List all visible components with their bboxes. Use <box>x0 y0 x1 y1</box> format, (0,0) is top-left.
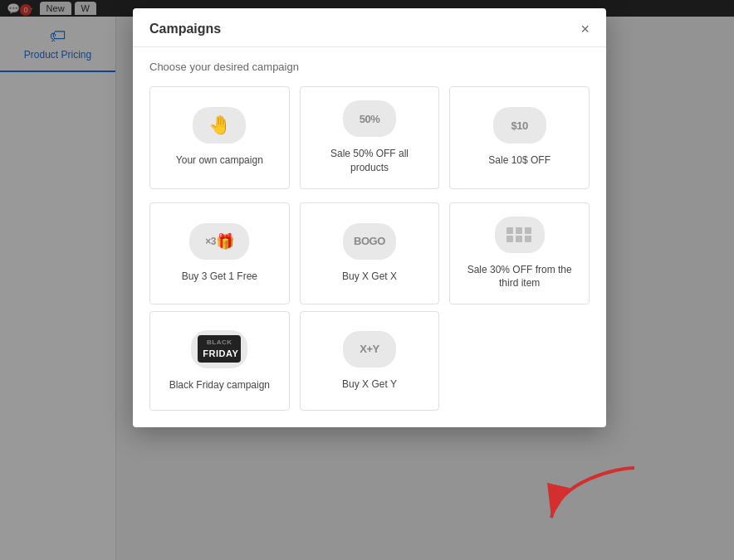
campaign-card-bogo[interactable]: BOGO Buy X Get X <box>300 202 440 305</box>
modal-header: Campaigns × <box>133 8 606 47</box>
campaign-card-sale10[interactable]: $10 Sale 10$ OFF <box>449 86 590 189</box>
own-campaign-icon: 🤚 <box>193 107 246 144</box>
sale30-icon <box>495 217 545 253</box>
own-campaign-label: Your own campaign <box>176 153 263 168</box>
bogo-label: Buy X Get X <box>342 270 397 284</box>
campaign-grid-row2: ×3 🎁 Buy 3 Get 1 Free BOGO Buy X Get X S… <box>133 196 606 312</box>
empty-cell <box>449 311 590 411</box>
campaigns-modal: Campaigns × Choose your desired campaign… <box>133 8 606 427</box>
modal-subtitle: Choose your desired campaign <box>133 47 606 80</box>
sale10-icon: $10 <box>493 107 546 144</box>
campaign-card-buy3get1[interactable]: ×3 🎁 Buy 3 Get 1 Free <box>149 202 290 305</box>
buy3get1-label: Buy 3 Get 1 Free <box>182 270 257 284</box>
bogo-icon: BOGO <box>343 223 396 260</box>
red-arrow-svg <box>543 464 643 530</box>
modal-title: Campaigns <box>149 22 221 37</box>
sale10-label: Sale 10$ OFF <box>488 153 550 168</box>
buyxgety-icon: X+Y <box>343 331 396 368</box>
sale30-label: Sale 30% OFF from the third item <box>460 263 579 291</box>
campaign-card-buyxgety[interactable]: X+Y Buy X Get Y <box>300 311 440 411</box>
campaign-card-own[interactable]: 🤚 Your own campaign <box>149 86 290 189</box>
campaign-grid-row3: BLACK FRIDAY Black Friday campaign X+Y B… <box>133 311 606 411</box>
campaign-card-sale50[interactable]: 50% Sale 50% OFF all products <box>300 86 440 189</box>
arrow-annotation <box>543 464 643 533</box>
sale50-label: Sale 50% OFF all products <box>311 147 429 175</box>
buy3get1-icon: ×3 🎁 <box>189 223 249 260</box>
buyxgety-label: Buy X Get Y <box>342 377 397 392</box>
campaign-card-sale30[interactable]: Sale 30% OFF from the third item <box>449 202 590 305</box>
blackfriday-label: Black Friday campaign <box>169 378 270 392</box>
campaign-card-blackfriday[interactable]: BLACK FRIDAY Black Friday campaign <box>149 311 290 411</box>
sale50-icon: 50% <box>343 100 396 137</box>
blackfriday-icon: BLACK FRIDAY <box>191 330 247 368</box>
modal-close-button[interactable]: × <box>580 22 590 37</box>
campaign-grid-row1: 🤚 Your own campaign 50% Sale 50% OFF all… <box>133 80 606 196</box>
